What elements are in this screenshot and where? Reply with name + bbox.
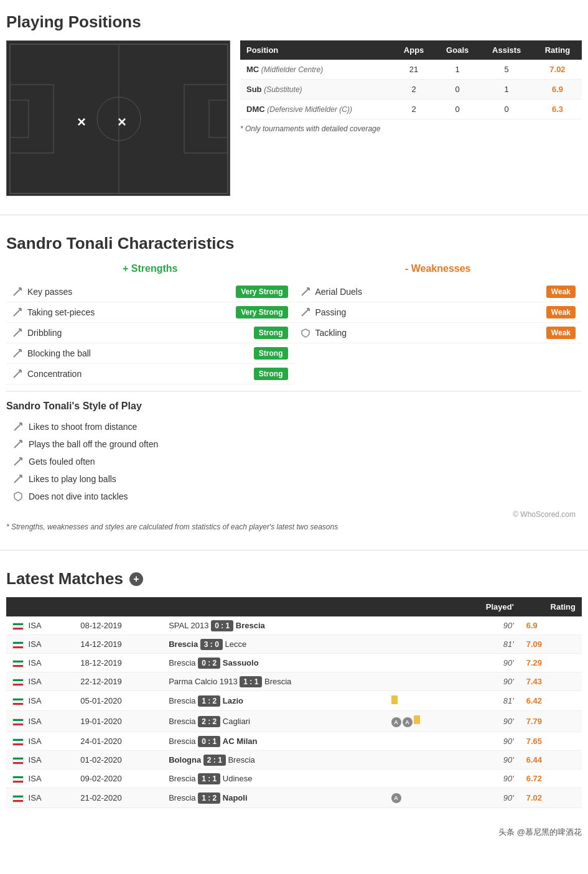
match-row[interactable]: ISA 09-02-2020 Brescia 1 : 1 Udinese 90'… [6, 769, 582, 788]
strength-badge: Very Strong [236, 306, 287, 318]
assist-icon: A [391, 793, 401, 803]
strength-label: Taking set-pieces [12, 307, 95, 317]
match-played: 90' [454, 654, 520, 672]
match-rating: 6.42 [520, 691, 582, 711]
strength-icon [12, 307, 22, 317]
stats-note: * Strengths, weaknesses and styles are c… [6, 523, 582, 531]
position-assists: 5 [480, 60, 533, 80]
match-played: 90' [454, 769, 520, 788]
match-row[interactable]: ISA 18-12-2019 Brescia 0 : 2 Sassuolo 90… [6, 654, 582, 672]
match-info: Brescia 1 : 1 Udinese [162, 769, 384, 788]
match-row[interactable]: ISA 24-01-2020 Brescia 0 : 1 AC Milan 90… [6, 732, 582, 751]
svg-text:×: × [118, 113, 126, 130]
match-date: 18-12-2019 [74, 654, 162, 672]
match-rating: 6.44 [520, 751, 582, 769]
latest-matches-title: Latest Matches + [6, 569, 582, 588]
match-league: ISA [6, 711, 74, 732]
playing-positions-title: Playing Positions [6, 12, 582, 32]
position-goals: 0 [435, 80, 480, 100]
match-score: 0 : 1 [198, 736, 220, 747]
style-label: Plays the ball off the ground often [29, 439, 158, 449]
match-info: Brescia 0 : 1 AC Milan [162, 732, 384, 751]
characteristics-columns: + Strengths Key passes Very Strong Takin… [6, 263, 582, 384]
style-of-play-section: Sandro Tonali's Style of Play Likes to s… [6, 391, 582, 531]
flag-icon [12, 623, 24, 630]
weakness-badge: Weak [546, 286, 576, 298]
match-score: 2 : 1 [203, 755, 226, 766]
style-title: Sandro Tonali's Style of Play [6, 401, 582, 412]
match-date: 22-12-2019 [74, 672, 162, 691]
match-date: 01-02-2020 [74, 751, 162, 769]
flag-icon [12, 698, 24, 705]
match-date: 08-12-2019 [74, 616, 162, 635]
match-row[interactable]: ISA 22-12-2019 Parma Calcio 1913 1 : 1 B… [6, 672, 582, 691]
svg-line-24 [302, 288, 309, 295]
weaknesses-col: - Weaknesses Aerial Duels Weak Passing W… [294, 263, 582, 384]
strength-row: Concentration Strong [6, 364, 294, 384]
style-row: Likes to shoot from distance [6, 418, 582, 435]
matches-col-played: Played' [454, 597, 520, 616]
strength-label: Dribbling [12, 328, 62, 338]
match-row[interactable]: ISA 01-02-2020 Bologna 2 : 1 Brescia 90'… [6, 751, 582, 769]
match-date: 21-02-2020 [74, 788, 162, 808]
strengths-list: Key passes Very Strong Taking set-pieces… [6, 282, 294, 384]
match-info: Brescia 3 : 0 Lecce [162, 635, 384, 654]
whoscored-credit: © WhoScored.com [6, 510, 582, 519]
match-info: Parma Calcio 1913 1 : 1 Brescia [162, 672, 384, 691]
flag-icon [12, 795, 24, 802]
style-label: Likes to shoot from distance [29, 422, 137, 432]
strength-icon [12, 348, 22, 358]
svg-line-9 [14, 288, 21, 295]
weakness-row: Passing Weak [294, 302, 582, 323]
weakness-row: Aerial Duels Weak [294, 282, 582, 302]
flag-icon [12, 757, 24, 765]
svg-line-30 [14, 423, 22, 430]
match-cards [385, 751, 454, 769]
match-row[interactable]: ISA 08-12-2019 SPAL 2013 0 : 1 Brescia 9… [6, 616, 582, 635]
match-row[interactable]: ISA 14-12-2019 Brescia 3 : 0 Lecce 81' 7… [6, 635, 582, 654]
playing-positions-content: × × Position Apps Goals Assists Rating M… [6, 40, 582, 196]
weakness-badge: Weak [546, 306, 576, 318]
match-info: Brescia 0 : 2 Sassuolo [162, 654, 384, 672]
flag-icon [12, 776, 24, 783]
flag-icon [12, 718, 24, 726]
pitch-diagram: × × [6, 40, 230, 196]
match-rating: 7.79 [520, 711, 582, 732]
match-cards [385, 732, 454, 751]
match-row[interactable]: ISA 21-02-2020 Brescia 1 : 2 Napoli A 90… [6, 788, 582, 808]
match-league: ISA [6, 691, 74, 711]
svg-text:×: × [77, 113, 86, 130]
col-apps: Apps [393, 40, 435, 60]
strength-row: Dribbling Strong [6, 323, 294, 343]
match-score: 0 : 1 [211, 620, 233, 631]
add-matches-button[interactable]: + [129, 572, 143, 586]
match-date: 14-12-2019 [74, 635, 162, 654]
weakness-icon [301, 307, 310, 317]
svg-line-39 [14, 475, 22, 483]
style-list: Likes to shoot from distance Plays the b… [6, 418, 582, 505]
match-row[interactable]: ISA 05-01-2020 Brescia 1 : 2 Lazio 81' 6… [6, 691, 582, 711]
strength-row: Key passes Very Strong [6, 282, 294, 302]
match-played: 90' [454, 788, 520, 808]
strength-badge: Strong [254, 327, 288, 339]
position-apps: 2 [393, 80, 435, 100]
style-row: Gets fouled often [6, 453, 582, 470]
match-info: Brescia 1 : 2 Lazio [162, 691, 384, 711]
match-score: 0 : 2 [198, 658, 220, 669]
match-league: ISA [6, 654, 74, 672]
match-cards: AA [385, 711, 454, 732]
position-rating: 6.3 [533, 100, 582, 119]
shield-icon [301, 328, 310, 338]
match-played: 81' [454, 691, 520, 711]
position-goals: 0 [435, 100, 480, 119]
strength-icon [12, 287, 22, 297]
match-row[interactable]: ISA 19-01-2020 Brescia 2 : 2 Cagliari AA… [6, 711, 582, 732]
match-score: 1 : 1 [240, 676, 262, 687]
yellow-card-icon [414, 715, 420, 724]
col-goals: Goals [435, 40, 480, 60]
yellow-card-icon [391, 695, 398, 704]
flag-icon [12, 679, 24, 686]
matches-col-league [6, 597, 74, 616]
match-info: SPAL 2013 0 : 1 Brescia [162, 616, 384, 635]
match-score: 2 : 2 [198, 716, 220, 727]
